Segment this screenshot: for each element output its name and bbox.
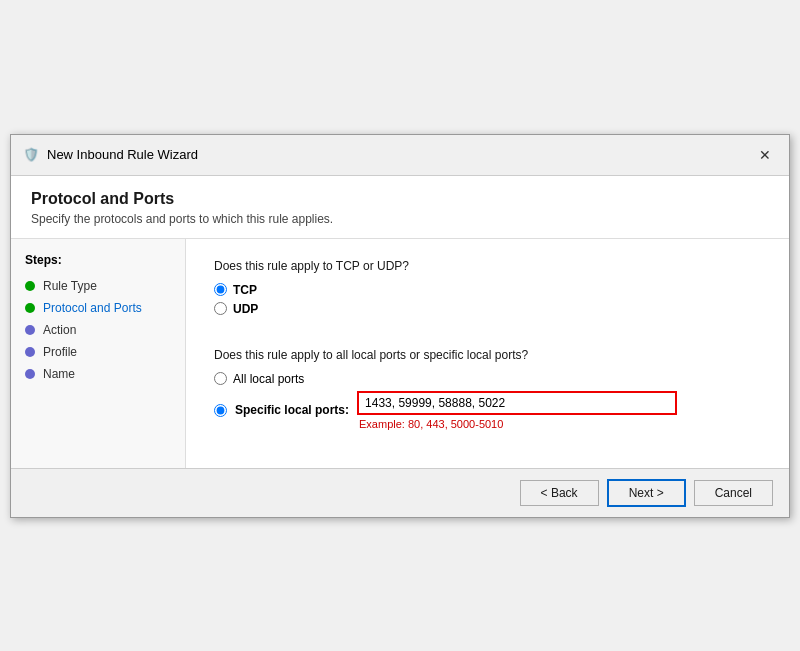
tcp-radio[interactable] [214, 283, 227, 296]
page-title: Protocol and Ports [31, 190, 769, 208]
step-indicator-action [25, 325, 35, 335]
step-indicator-profile [25, 347, 35, 357]
sidebar-item-profile[interactable]: Profile [11, 341, 185, 363]
sidebar-item-label: Action [43, 323, 76, 337]
sidebar: Steps: Rule Type Protocol and Ports Acti… [11, 239, 186, 468]
tcp-label[interactable]: TCP [233, 283, 257, 297]
step-indicator-name [25, 369, 35, 379]
ports-question: Does this rule apply to all local ports … [214, 348, 761, 362]
sidebar-item-name[interactable]: Name [11, 363, 185, 385]
ports-example: Example: 80, 443, 5000-5010 [357, 418, 677, 430]
udp-radio[interactable] [214, 302, 227, 315]
title-bar-left: 🛡️ New Inbound Rule Wizard [23, 147, 198, 163]
next-button[interactable]: Next > [607, 479, 686, 507]
tcp-udp-question: Does this rule apply to TCP or UDP? [214, 259, 761, 273]
tcp-udp-group: TCP UDP [214, 283, 761, 316]
dialog-title: New Inbound Rule Wizard [47, 147, 198, 162]
specific-ports-label[interactable]: Specific local ports: [235, 403, 349, 417]
udp-row: UDP [214, 302, 761, 316]
udp-label[interactable]: UDP [233, 302, 258, 316]
sidebar-item-label: Profile [43, 345, 77, 359]
title-bar: 🛡️ New Inbound Rule Wizard ✕ [11, 135, 789, 176]
ports-group: All local ports Specific local ports: Ex… [214, 372, 761, 430]
main-content: Does this rule apply to TCP or UDP? TCP … [186, 239, 789, 468]
dialog-window: 🛡️ New Inbound Rule Wizard ✕ Protocol an… [10, 134, 790, 518]
tcp-row: TCP [214, 283, 761, 297]
all-ports-label[interactable]: All local ports [233, 372, 304, 386]
sidebar-item-label: Rule Type [43, 279, 97, 293]
footer: < Back Next > Cancel [11, 468, 789, 517]
specific-ports-input[interactable] [357, 391, 677, 415]
specific-ports-radio[interactable] [214, 404, 227, 417]
spacer [214, 334, 761, 348]
sidebar-item-protocol-ports[interactable]: Protocol and Ports [11, 297, 185, 319]
back-button[interactable]: < Back [520, 480, 599, 506]
sidebar-item-label: Protocol and Ports [43, 301, 142, 315]
wizard-icon: 🛡️ [23, 147, 39, 163]
ports-input-wrapper: Example: 80, 443, 5000-5010 [357, 391, 677, 430]
all-ports-row: All local ports [214, 372, 761, 386]
sidebar-item-rule-type[interactable]: Rule Type [11, 275, 185, 297]
step-indicator-rule-type [25, 281, 35, 291]
specific-ports-row: Specific local ports: Example: 80, 443, … [214, 391, 761, 430]
sidebar-item-label: Name [43, 367, 75, 381]
step-indicator-protocol-ports [25, 303, 35, 313]
cancel-button[interactable]: Cancel [694, 480, 773, 506]
header-section: Protocol and Ports Specify the protocols… [11, 176, 789, 239]
page-subtitle: Specify the protocols and ports to which… [31, 212, 769, 226]
steps-label: Steps: [11, 253, 185, 275]
close-button[interactable]: ✕ [753, 143, 777, 167]
all-ports-radio[interactable] [214, 372, 227, 385]
sidebar-item-action[interactable]: Action [11, 319, 185, 341]
content-area: Steps: Rule Type Protocol and Ports Acti… [11, 239, 789, 468]
